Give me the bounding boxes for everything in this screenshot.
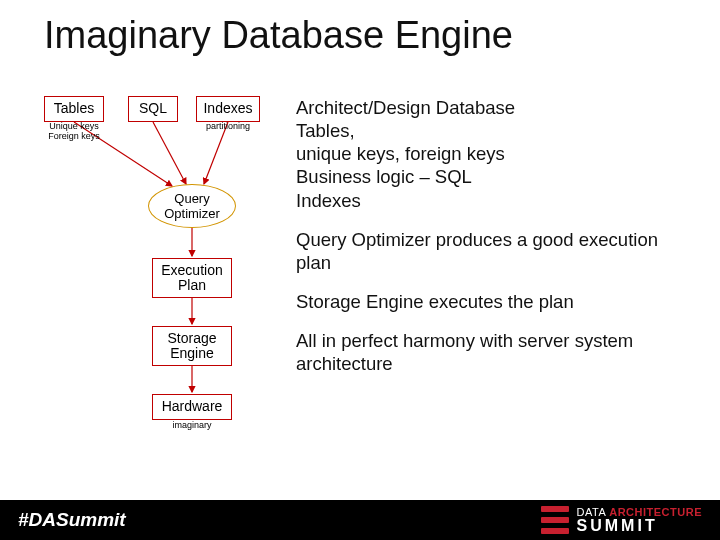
brand-word-architecture: ARCHITECTURE [609, 506, 702, 518]
qo-line2: Optimizer [164, 206, 220, 221]
box-indexes: Indexes [196, 96, 260, 122]
brand-word-data: DATA [577, 506, 610, 518]
box-execution-plan: Execution Plan [152, 258, 232, 298]
exec-line2: Plan [153, 278, 231, 293]
bullet-list: Architect/Design Database Tables, unique… [296, 96, 696, 391]
footer-brand: DATA ARCHITECTURE SUMMIT [541, 506, 702, 534]
subtext-tables: Unique keys Foreign keys [44, 122, 104, 142]
subtext-indexes: partitioning [196, 122, 260, 132]
box-tables: Tables [44, 96, 104, 122]
bullet-1-l5: Indexes [296, 189, 696, 212]
bullet-1-l3: unique keys, foreign keys [296, 142, 696, 165]
brand-text: DATA ARCHITECTURE SUMMIT [577, 507, 702, 534]
exec-line1: Execution [153, 263, 231, 278]
bullet-2: Query Optimizer produces a good executio… [296, 228, 696, 274]
bullet-3: Storage Engine executes the plan [296, 290, 696, 313]
bullet-4: All in perfect harmony with server syste… [296, 329, 696, 375]
diagram-area: Tables Unique keys Foreign keys SQL Inde… [44, 96, 260, 466]
storage-line2: Engine [153, 346, 231, 361]
brand-bars-icon [541, 506, 569, 534]
bullet-1: Architect/Design Database Tables, unique… [296, 96, 696, 212]
ellipse-query-optimizer: Query Optimizer [148, 184, 236, 228]
bullet-1-l2: Tables, [296, 119, 696, 142]
subtext-tables-l2: Foreign keys [44, 132, 104, 142]
page-title: Imaginary Database Engine [44, 14, 513, 57]
box-hardware: Hardware [152, 394, 232, 420]
svg-line-1 [153, 122, 186, 184]
box-storage-engine: Storage Engine [152, 326, 232, 366]
bullet-1-l1: Architect/Design Database [296, 96, 696, 119]
box-sql: SQL [128, 96, 178, 122]
footer-bar: #DASummit DATA ARCHITECTURE SUMMIT [0, 500, 720, 540]
subtext-hardware: imaginary [152, 420, 232, 430]
footer-hashtag: #DASummit [18, 509, 126, 531]
storage-line1: Storage [153, 331, 231, 346]
bullet-1-l4: Business logic – SQL [296, 165, 696, 188]
qo-line1: Query [174, 191, 209, 206]
brand-word-summit: SUMMIT [577, 518, 702, 534]
